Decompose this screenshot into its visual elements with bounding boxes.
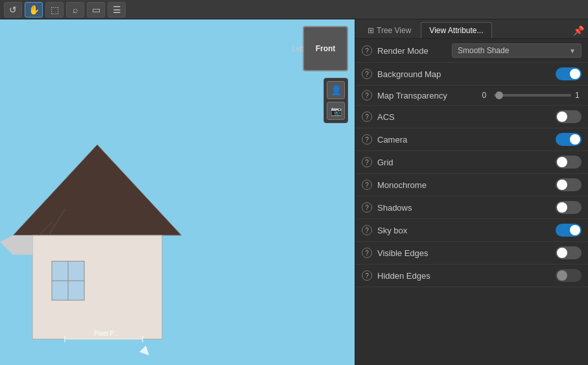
map-transparency-min-val: 0 <box>482 91 490 100</box>
acs-toggle-knob <box>557 112 567 122</box>
background-map-row: ? Background Map <box>355 63 588 86</box>
shadows-help-icon[interactable]: ? <box>362 202 372 213</box>
monochrome-toggle-knob <box>557 180 567 190</box>
viewport[interactable]: Left Front 👤 📷 <box>0 19 355 365</box>
panel-content: ? Render Mode Smooth Shade ▼ ? Backgroun… <box>355 39 588 365</box>
visible-edges-toggle-knob <box>557 248 567 258</box>
render-mode-value: Smooth Shade <box>458 46 509 55</box>
top-toolbar: ↺ ✋ ⬚ ⌕ ▭ ☰ <box>0 0 588 19</box>
map-transparency-slider-track[interactable] <box>494 94 572 97</box>
map-transparency-help-icon[interactable]: ? <box>362 90 372 100</box>
cube-front-label: Front <box>316 44 336 53</box>
visible-edges-label: Visible Edges <box>377 248 550 258</box>
sky-box-toggle-knob <box>570 225 580 235</box>
svg-marker-0 <box>13 145 182 235</box>
map-transparency-slider-container: 0 1 <box>482 91 582 100</box>
hand-tool-button[interactable]: ✋ <box>25 2 43 18</box>
map-transparency-row: ? Map Transparency 0 1 <box>355 86 588 106</box>
cube-orientation-widget[interactable]: Left Front <box>303 26 348 71</box>
svg-text:Pixel P...: Pixel P... <box>94 330 119 337</box>
camera-video-button[interactable]: 📷 <box>327 102 345 120</box>
cube-face: Left Front <box>303 26 348 71</box>
select-tool-button[interactable]: ⬚ <box>45 2 64 18</box>
acs-help-icon[interactable]: ? <box>362 112 372 122</box>
dropdown-arrow-icon: ▼ <box>569 47 576 54</box>
sky-box-label: Sky box <box>377 226 550 235</box>
grid-toggle[interactable] <box>556 156 582 169</box>
right-panel: ⊞ Tree View View Attribute... 📌 ? Render… <box>355 19 588 365</box>
camera-person-button[interactable]: 👤 <box>327 81 345 99</box>
background-map-help-icon[interactable]: ? <box>362 69 372 79</box>
hidden-edges-toggle-knob <box>557 270 567 281</box>
camera-toggle-knob <box>570 134 580 145</box>
grid-label: Grid <box>377 158 550 167</box>
render-mode-help-icon[interactable]: ? <box>362 45 372 56</box>
screen-tool-button[interactable]: ▭ <box>87 2 105 18</box>
camera-toggle[interactable] <box>556 133 582 146</box>
grid-row: ? Grid <box>355 151 588 174</box>
visible-edges-row: ? Visible Edges <box>355 242 588 265</box>
cube-left-label: Left <box>292 45 303 53</box>
background-map-label: Background Map <box>377 69 550 79</box>
tab-tree-view-label: Tree View <box>377 26 411 35</box>
render-mode-row: ? Render Mode Smooth Shade ▼ <box>355 39 588 63</box>
sky-box-help-icon[interactable]: ? <box>362 225 372 235</box>
sky-box-toggle[interactable] <box>556 224 582 237</box>
render-mode-dropdown[interactable]: Smooth Shade ▼ <box>452 43 582 58</box>
acs-row: ? ACS <box>355 106 588 128</box>
search-tool-button[interactable]: ⌕ <box>66 2 84 18</box>
history-tool-button[interactable]: ↺ <box>4 2 22 18</box>
map-transparency-slider-thumb[interactable] <box>495 91 503 99</box>
shadows-row: ? Shadows <box>355 196 588 219</box>
camera-controls-panel: 👤 📷 <box>323 78 348 123</box>
hidden-edges-row: ? Hidden Edges <box>355 265 588 287</box>
tab-view-attribute-label: View Attribute... <box>429 26 483 35</box>
render-mode-label: Render Mode <box>377 46 447 56</box>
background-map-toggle-knob <box>570 69 580 79</box>
camera-label: Camera <box>377 135 550 145</box>
shadows-toggle[interactable] <box>556 201 582 214</box>
acs-toggle[interactable] <box>556 110 582 123</box>
tabs-bar: ⊞ Tree View View Attribute... 📌 <box>355 19 588 39</box>
sky-box-row: ? Sky box <box>355 219 588 242</box>
monochrome-label: Monochrome <box>377 180 550 190</box>
acs-label: ACS <box>377 112 550 122</box>
svg-marker-2 <box>0 235 32 255</box>
shadows-label: Shadows <box>377 203 550 213</box>
main-content: Left Front 👤 📷 <box>0 19 588 365</box>
background-map-toggle[interactable] <box>556 67 582 80</box>
visible-edges-help-icon[interactable]: ? <box>362 248 372 258</box>
camera-help-icon[interactable]: ? <box>362 134 372 145</box>
camera-row: ? Camera <box>355 128 588 151</box>
visible-edges-toggle[interactable] <box>556 246 582 259</box>
tab-tree-view[interactable]: ⊞ Tree View <box>359 22 419 38</box>
hidden-edges-help-icon[interactable]: ? <box>362 270 372 281</box>
grid-toggle-knob <box>557 157 567 167</box>
svg-marker-12 <box>139 346 149 355</box>
tab-view-attribute[interactable]: View Attribute... <box>421 22 491 38</box>
shadows-toggle-knob <box>557 202 567 213</box>
monochrome-help-icon[interactable]: ? <box>362 180 372 190</box>
menu-tool-button[interactable]: ☰ <box>108 2 126 18</box>
map-transparency-max-val: 1 <box>575 91 582 100</box>
house-illustration: Pixel P... <box>0 106 194 365</box>
hidden-edges-toggle[interactable] <box>556 269 582 282</box>
monochrome-toggle[interactable] <box>556 178 582 191</box>
map-transparency-label: Map Transparency <box>377 91 477 100</box>
pin-icon[interactable]: 📌 <box>573 25 584 36</box>
monochrome-row: ? Monochrome <box>355 174 588 196</box>
grid-help-icon[interactable]: ? <box>362 157 372 167</box>
tree-view-icon: ⊞ <box>368 26 374 35</box>
hidden-edges-label: Hidden Edges <box>377 271 550 281</box>
